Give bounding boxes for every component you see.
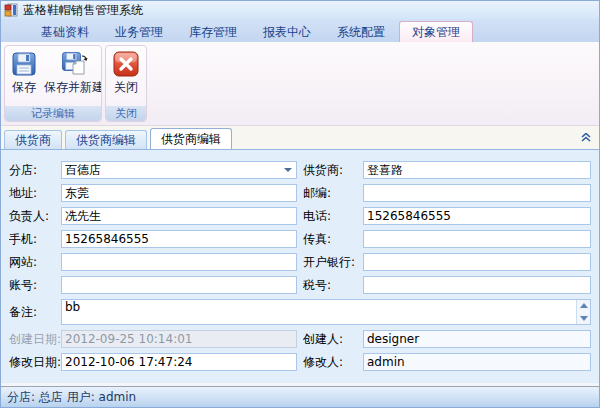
ribbon-group-close: 关闭 关闭 xyxy=(105,45,147,122)
mobile-input[interactable] xyxy=(61,230,297,248)
scroll-up-icon[interactable] xyxy=(580,303,588,308)
phone-label: 电话: xyxy=(303,208,363,225)
chevron-down-icon[interactable] xyxy=(284,168,292,172)
form-row-remark: 备注: bb xyxy=(9,299,591,325)
modified-by-label: 修改人: xyxy=(303,354,363,371)
created-by-input[interactable] xyxy=(363,330,591,348)
title-bar: 蓝格鞋帽销售管理系统 xyxy=(1,1,599,19)
form-row: 网站: 开户银行: xyxy=(9,253,591,271)
ribbon-tab-object-management[interactable]: 对象管理 xyxy=(399,21,473,42)
phone-input[interactable] xyxy=(363,207,591,225)
contact-input[interactable] xyxy=(61,207,297,225)
form-row: 地址: 邮编: xyxy=(9,184,591,202)
bank-label: 开户银行: xyxy=(303,254,363,271)
account-label: 账号: xyxy=(9,277,61,294)
save-button[interactable]: 保存 xyxy=(7,48,41,96)
address-label: 地址: xyxy=(9,185,61,202)
ribbon-tab-system-config[interactable]: 系统配置 xyxy=(325,22,397,42)
supplier-label: 供货商: xyxy=(303,162,363,179)
postcode-input[interactable] xyxy=(363,184,591,202)
form-row: 分店: 供货商: xyxy=(9,161,591,179)
branch-label: 分店: xyxy=(9,162,61,179)
modified-date-input[interactable] xyxy=(61,353,297,371)
ribbon-tab-business[interactable]: 业务管理 xyxy=(103,22,175,42)
supplier-edit-form: 分店: 供货商: 地址: 邮编: 负责人: 电话: 手机: 传真: xyxy=(1,149,599,383)
status-text: 分店: 总店 用户: admin xyxy=(7,390,136,404)
status-bar: 分店: 总店 用户: admin xyxy=(1,387,599,408)
ribbon-tab-reports[interactable]: 报表中心 xyxy=(251,22,323,42)
branch-input[interactable] xyxy=(61,161,297,179)
contact-label: 负责人: xyxy=(9,208,61,225)
tab-supplier-edit-1[interactable]: 供货商编辑 xyxy=(65,130,147,149)
ribbon-tab-inventory[interactable]: 库存管理 xyxy=(177,22,249,42)
tab-supplier-edit-2[interactable]: 供货商编辑 xyxy=(150,128,232,149)
ribbon-group-caption-record-edit: 记录编辑 xyxy=(5,106,101,121)
close-form-button[interactable]: 关闭 xyxy=(109,48,143,96)
window-title: 蓝格鞋帽销售管理系统 xyxy=(23,2,143,19)
created-date-label: 创建日期: xyxy=(9,331,61,348)
tax-no-label: 税号: xyxy=(303,277,363,294)
save-new-icon xyxy=(60,50,88,78)
remark-label: 备注: xyxy=(9,304,61,321)
remark-text[interactable]: bb xyxy=(62,300,576,324)
app-icon xyxy=(4,3,18,17)
ribbon-group-caption-close: 关闭 xyxy=(106,106,146,121)
collapse-panel-icon[interactable] xyxy=(581,133,591,142)
form-row: 负责人: 电话: xyxy=(9,207,591,225)
scroll-down-icon[interactable] xyxy=(580,316,588,321)
form-row: 创建日期: 创建人: xyxy=(9,330,591,348)
modified-by-input[interactable] xyxy=(363,353,591,371)
tax-no-input[interactable] xyxy=(363,276,591,294)
created-by-label: 创建人: xyxy=(303,331,363,348)
save-icon xyxy=(10,50,38,78)
fax-input[interactable] xyxy=(363,230,591,248)
account-input[interactable] xyxy=(61,276,297,294)
save-button-label: 保存 xyxy=(12,80,36,94)
document-tab-strip: 供货商 供货商编辑 供货商编辑 xyxy=(1,126,599,149)
postcode-label: 邮编: xyxy=(303,185,363,202)
bank-input[interactable] xyxy=(363,253,591,271)
created-date-input xyxy=(61,330,297,348)
close-icon xyxy=(112,50,140,78)
tab-supplier-list[interactable]: 供货商 xyxy=(4,130,62,149)
branch-combobox[interactable] xyxy=(61,161,297,179)
form-row: 账号: 税号: xyxy=(9,276,591,294)
website-label: 网站: xyxy=(9,254,61,271)
app-window: 蓝格鞋帽销售管理系统 基础资料 业务管理 库存管理 报表中心 系统配置 对象管理 xyxy=(0,0,600,408)
save-and-new-button[interactable]: 保存并新建 xyxy=(41,48,102,96)
remark-scrollbar[interactable] xyxy=(576,300,590,324)
ribbon-body: 保存 xyxy=(1,42,599,126)
close-form-button-label: 关闭 xyxy=(114,80,138,94)
form-row: 修改日期: 修改人: xyxy=(9,353,591,371)
mobile-label: 手机: xyxy=(9,231,61,248)
fax-label: 传真: xyxy=(303,231,363,248)
ribbon-group-record-edit: 保存 xyxy=(4,45,102,122)
form-row: 手机: 传真: xyxy=(9,230,591,248)
address-input[interactable] xyxy=(61,184,297,202)
remark-textarea[interactable]: bb xyxy=(61,299,591,325)
save-and-new-button-label: 保存并新建 xyxy=(44,80,102,94)
ribbon-tab-basic-data[interactable]: 基础资料 xyxy=(29,22,101,42)
website-input[interactable] xyxy=(61,253,297,271)
modified-date-label: 修改日期: xyxy=(9,354,61,371)
ribbon-tab-strip: 基础资料 业务管理 库存管理 报表中心 系统配置 对象管理 xyxy=(1,19,599,42)
supplier-input[interactable] xyxy=(363,161,591,179)
